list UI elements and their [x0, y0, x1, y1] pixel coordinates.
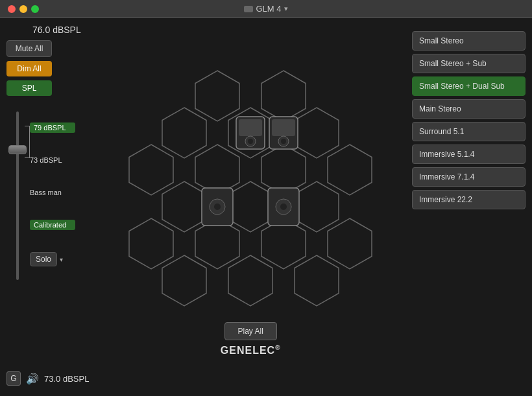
speaker-top-right[interactable] — [269, 117, 298, 149]
close-button[interactable] — [8, 5, 16, 13]
svg-point-4 — [248, 139, 253, 144]
spl-79-label: 79 dBSPL — [30, 122, 75, 133]
title-text: GLM 4 — [256, 4, 281, 14]
title-chevron: ▾ — [284, 5, 288, 13]
main-layout: 76.0 dBSPL Mute All Dim All SPL 79 dBSPL… — [0, 18, 532, 396]
speaker-icon: 🔊 — [26, 373, 39, 385]
svg-point-14 — [280, 204, 287, 210]
solo-chevron-icon[interactable]: ▾ — [60, 256, 63, 263]
preset-button-1[interactable]: Small Stereo + Sub — [412, 54, 526, 73]
speaker-bottom-right[interactable] — [268, 188, 299, 226]
svg-point-11 — [214, 204, 221, 210]
play-all-button[interactable]: Play All — [224, 322, 277, 340]
genelec-logo: GENELEC® — [221, 344, 281, 356]
honeycomb-grid — [127, 58, 374, 317]
registered-trademark: ® — [275, 344, 280, 351]
logo-text: GENELEC — [221, 345, 275, 356]
mute-all-button[interactable]: Mute All — [6, 40, 52, 57]
spl-bottom-value: 73.0 dBSPL — [44, 374, 89, 384]
solo-button[interactable]: Solo — [30, 252, 57, 266]
volume-slider-thumb[interactable] — [8, 145, 27, 154]
preset-button-2[interactable]: Small Stereo + Dual Sub — [412, 76, 526, 96]
speaker-top-left[interactable] — [236, 117, 265, 149]
window-controls — [8, 5, 39, 13]
svg-point-8 — [281, 139, 286, 144]
maximize-button[interactable] — [31, 5, 39, 13]
calibrated-label: Calibrated — [30, 220, 75, 230]
left-panel: 76.0 dBSPL Mute All Dim All SPL 79 dBSPL… — [6, 25, 89, 390]
titlebar: GLM 4 ▾ — [0, 0, 532, 18]
svg-rect-2 — [239, 119, 262, 136]
bass-man-label: Bass man — [30, 187, 75, 198]
controls-area: 76.0 dBSPL Mute All Dim All SPL 79 dBSPL… — [6, 25, 89, 288]
dim-all-button[interactable]: Dim All — [6, 61, 52, 76]
label-column: 79 dBSPL 73 dBSPL Bass man Calibrated So… — [30, 100, 75, 288]
preset-button-4[interactable]: Surround 5.1 — [412, 122, 526, 141]
app-title: GLM 4 ▾ — [244, 4, 287, 14]
solo-section: Solo ▾ — [30, 252, 75, 266]
preset-button-0[interactable]: Small Stereo — [412, 31, 526, 51]
speaker-bottom-left[interactable] — [202, 188, 233, 226]
spl-top-value: 76.0 dBSPL — [32, 25, 89, 35]
center-panel: Play All GENELEC® — [95, 25, 405, 390]
preset-button-7[interactable]: Immersive 22.2 — [412, 190, 526, 209]
bottom-bar: G 🔊 73.0 dBSPL — [6, 371, 89, 390]
svg-rect-6 — [272, 119, 295, 136]
preset-button-6[interactable]: Immersive 7.1.4 — [412, 167, 526, 187]
spl-73-label: 73 dBSPL — [30, 155, 75, 165]
minimize-button[interactable] — [19, 5, 27, 13]
spl-button[interactable]: SPL — [6, 80, 52, 96]
preset-button-3[interactable]: Main Stereo — [412, 99, 526, 119]
preset-button-5[interactable]: Immersive 5.1.4 — [412, 145, 526, 164]
slider-section: 79 dBSPL 73 dBSPL Bass man Calibrated So… — [6, 100, 89, 288]
app-icon — [244, 6, 253, 12]
right-panel: Small StereoSmall Stereo + SubSmall Ster… — [412, 25, 526, 390]
g-button[interactable]: G — [6, 371, 21, 386]
volume-slider-track — [16, 111, 19, 280]
svg-marker-0 — [127, 58, 171, 108]
